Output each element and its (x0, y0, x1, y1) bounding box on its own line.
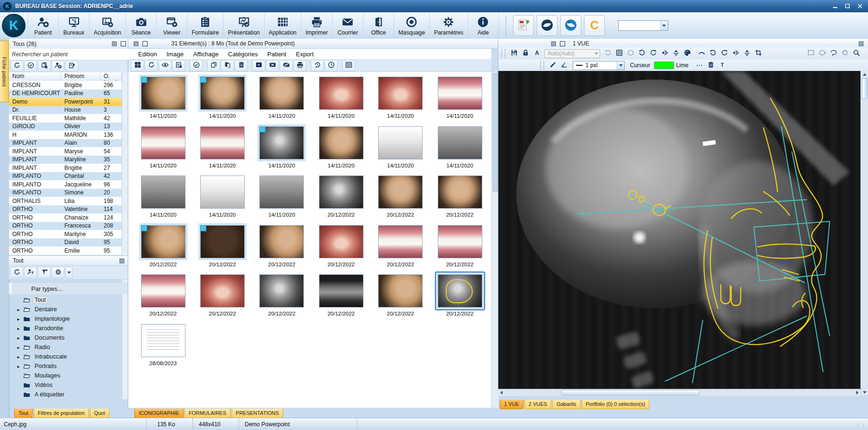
patient-row[interactable]: ORTHO Valentine 114 (9, 205, 122, 214)
maximize-button[interactable] (842, 2, 853, 10)
c-badge-button[interactable]: C (584, 15, 605, 36)
copy-check-button[interactable] (38, 61, 51, 72)
refresh-button[interactable] (10, 61, 23, 72)
toolbar-button-presentation[interactable]: Présentation (223, 13, 264, 38)
tab-presentations[interactable]: PRESENTATIONS (231, 409, 283, 418)
layout-icon[interactable] (142, 41, 148, 46)
mail-block-button[interactable] (280, 60, 292, 71)
history-button[interactable] (311, 60, 324, 71)
expand-arrow-icon[interactable]: ▸ (15, 326, 22, 331)
orca-button[interactable] (537, 15, 558, 36)
rotate-right-button[interactable] (647, 49, 659, 59)
patient-row[interactable]: CRESSON Brigitte 296 (9, 81, 122, 89)
resize-grip-icon[interactable]: ⋮⋮ (856, 422, 866, 427)
export-form-button[interactable] (65, 61, 78, 72)
rotate-right-button[interactable] (718, 49, 730, 59)
person-plus-button[interactable] (52, 61, 64, 72)
thumbnail[interactable]: 20/12/2022 (194, 272, 250, 320)
toolbar-button-imprimer[interactable]: Imprimer (301, 13, 333, 38)
tree-item-documents[interactable]: ▸ Documents (9, 333, 122, 342)
tree-item-a-etiquetter[interactable]: A étiquetter (9, 390, 122, 399)
tab-formulaires[interactable]: FORMULAIRES (185, 409, 230, 418)
patient-row[interactable]: IMPLANT Maryse 54 (9, 147, 122, 156)
color-swatch[interactable] (654, 61, 674, 69)
flip-v-button[interactable] (670, 49, 682, 59)
thumbnail[interactable]: 14/11/2020 (432, 124, 488, 172)
tab-2-vues[interactable]: 2 VUES (524, 400, 551, 409)
toolbar-button-formulaire[interactable]: Formulaire (187, 13, 223, 38)
minimize-button[interactable] (830, 2, 841, 10)
toolbar-button-aide[interactable]: Aide (468, 13, 499, 38)
thumbnail[interactable]: 20/12/2022 (254, 272, 310, 320)
tiles-button[interactable] (131, 60, 144, 71)
trash-button[interactable] (235, 60, 248, 71)
toolbar-button-application[interactable]: Application (265, 13, 301, 38)
patient-row[interactable]: IMPLANT Maryline 35 (9, 156, 122, 164)
patient-row[interactable]: GIROUD Olivier 13 (9, 123, 122, 131)
tree-item-intrabuccale[interactable]: ▸ Intrabuccale (9, 352, 122, 361)
tab-fiche-patient[interactable]: Fiche patient (0, 41, 9, 102)
tree-item-portraits[interactable]: ▸ Portraits (9, 361, 122, 371)
arc-button[interactable] (696, 49, 707, 59)
tab-tout[interactable]: Tout (14, 409, 33, 418)
disk-button[interactable] (508, 49, 520, 59)
tree-item-dentaire[interactable]: ▸ Dentaire (9, 305, 122, 314)
rotate-left-button[interactable] (602, 49, 613, 59)
refresh-button[interactable] (10, 267, 23, 278)
thumbnail-scrollbar[interactable] (491, 72, 498, 408)
patient-list-scrollbar[interactable] (122, 72, 128, 399)
thumbnail[interactable]: 20/12/2022 (313, 174, 369, 221)
gear-button[interactable] (52, 267, 64, 278)
thumbnail[interactable]: 20/12/2022 (135, 223, 191, 271)
thumbnail[interactable]: 14/11/2020 (313, 75, 369, 122)
grid-view-icon[interactable] (133, 41, 139, 47)
thumbnail[interactable]: 20/12/2022 (372, 174, 429, 221)
select-lasso-button[interactable] (828, 49, 839, 59)
patient-row[interactable]: IMPLANTO Simone 20 (9, 189, 122, 197)
patient-row[interactable]: DE HEMRICOURT Pauline 65 (9, 89, 122, 98)
search-input[interactable] (9, 49, 128, 60)
tab-filtres-de-population[interactable]: Filtres de population (34, 409, 89, 418)
patient-row[interactable]: ORTHO Emilie 95 (9, 246, 122, 255)
slideshow-button[interactable] (252, 60, 265, 71)
thumbnail[interactable]: 14/11/2020 (194, 174, 250, 221)
flip-v-button[interactable] (741, 49, 753, 59)
grid-view-icon[interactable] (119, 258, 125, 264)
check-circle-button[interactable] (190, 60, 203, 71)
thumbnail[interactable]: 20/12/2022 (432, 223, 488, 271)
patient-row[interactable]: ORTHO Chanaize 124 (9, 213, 122, 222)
grid-view-icon[interactable] (111, 41, 117, 47)
expand-arrow-icon[interactable]: ▸ (15, 345, 22, 350)
funnel-star-button[interactable] (38, 267, 51, 278)
mail-x-button[interactable] (266, 60, 279, 71)
expand-arrow-icon[interactable]: ▸ (15, 316, 22, 322)
toolbar-grip[interactable] (501, 49, 505, 58)
letter-t-button[interactable]: T (717, 61, 728, 70)
zoom-select[interactable]: Auto(Auto) (544, 49, 600, 58)
patient-row[interactable]: IMPLANT Alain 80 (9, 139, 122, 148)
crop-button[interactable] (753, 49, 764, 59)
font-button[interactable]: A (531, 49, 542, 59)
thumbnail[interactable]: 14/11/2020 (194, 75, 250, 122)
menu-image[interactable]: Image (162, 50, 188, 59)
patient-row[interactable]: ORTHO Francesca 208 (9, 222, 122, 230)
gear-dropdown-button[interactable] (65, 267, 72, 278)
menu-export[interactable]: Export (291, 50, 319, 59)
clock-button[interactable] (325, 60, 337, 71)
thumbnail[interactable]: 14/11/2020 (135, 174, 191, 221)
thumbnail[interactable]: 14/11/2020 (135, 124, 191, 172)
circle-button[interactable] (625, 49, 636, 59)
patient-row[interactable]: ORTHALIS Lilia 198 (9, 197, 122, 205)
patient-row[interactable]: H MARION 136 (9, 131, 122, 139)
toolbar-grip[interactable] (540, 61, 544, 70)
rotate-left-button[interactable] (707, 49, 718, 59)
menu-edition[interactable]: Edition (133, 50, 162, 59)
patient-row[interactable]: FEUILLIE Mathilde 42 (9, 114, 122, 123)
select-rect-button[interactable] (805, 49, 816, 59)
grid-view-icon[interactable] (858, 41, 864, 47)
column-header-nom[interactable]: Nom (9, 72, 61, 81)
flip-h-button[interactable] (730, 49, 741, 59)
ceph-viewer-canvas[interactable] (498, 71, 861, 389)
printer-button[interactable] (293, 60, 306, 71)
column-header-o-nomb[interactable]: O. Nomb (100, 72, 122, 81)
